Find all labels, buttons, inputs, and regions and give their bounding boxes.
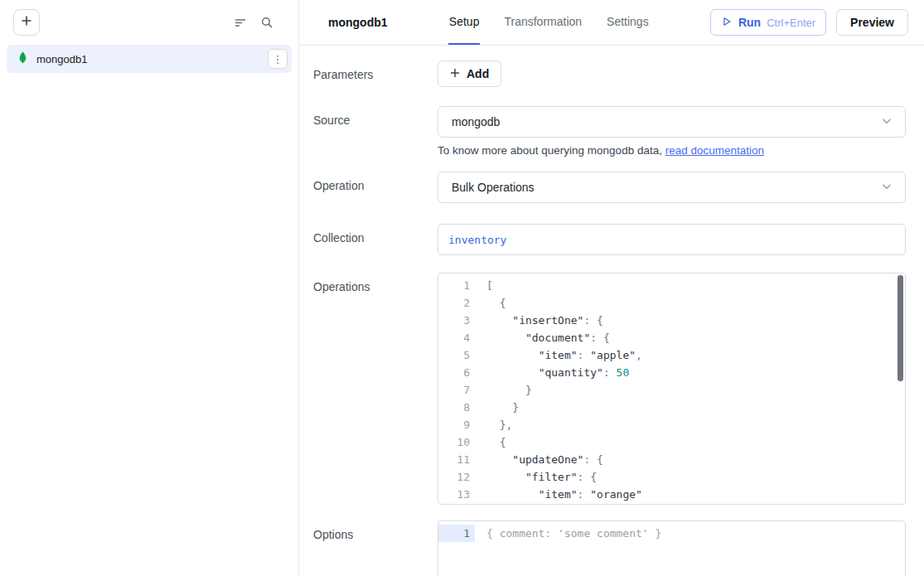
code-line: 9 },: [438, 416, 905, 433]
operations-label: Operations: [313, 273, 438, 293]
tab-settings[interactable]: Settings: [606, 0, 650, 45]
operation-select-value: Bulk Operations: [452, 181, 880, 194]
options-field: 1{ comment: 'some comment' }: [438, 520, 906, 576]
code-text: }: [475, 381, 532, 399]
options-label: Options: [313, 520, 438, 541]
vertical-scrollbar[interactable]: [897, 275, 903, 381]
kebab-menu-icon[interactable]: ⋮: [268, 49, 288, 69]
query-editor-window: mongodb1 ⋮ mongodb1 Setup Transformation…: [0, 0, 924, 576]
code-line: 6 "quantity": 50: [438, 364, 905, 381]
code-text: "item": "orange": [475, 486, 642, 503]
line-number: 3: [438, 312, 475, 329]
query-tabs: Setup Transformation Settings: [448, 0, 650, 45]
read-documentation-link[interactable]: read documentation: [665, 144, 764, 157]
query-title: mongodb1: [328, 0, 388, 45]
parameters-row: Parameters Add: [313, 61, 906, 87]
query-list-item-mongodb1[interactable]: mongodb1 ⋮: [7, 45, 292, 73]
preview-button[interactable]: Preview: [836, 9, 908, 36]
sidebar-toolbar: [0, 0, 298, 39]
chevron-down-icon: [880, 114, 893, 130]
line-number: 12: [438, 468, 475, 486]
collection-row: Collection: [313, 224, 906, 255]
source-row: Source mongodb To know more about queryi…: [313, 106, 906, 157]
collection-field: [438, 224, 906, 255]
source-label: Source: [313, 106, 438, 127]
code-text: "filter": {: [475, 468, 597, 486]
code-line: 4 "document": {: [438, 329, 905, 346]
run-button-label: Run: [738, 16, 761, 29]
code-text: {: [475, 294, 506, 312]
code-line: 3 "insertOne": {: [438, 312, 905, 329]
operation-field: Bulk Operations: [438, 172, 906, 203]
query-setup-form: Parameters Add Source mongodb: [299, 46, 924, 576]
collection-label: Collection: [313, 224, 438, 244]
tab-setup[interactable]: Setup: [448, 0, 481, 45]
code-line: 10 {: [438, 433, 905, 451]
source-helper-prefix: To know more about querying mongodb data…: [438, 144, 665, 157]
add-query-button[interactable]: [13, 9, 40, 36]
code-text: },: [475, 416, 512, 433]
collection-input[interactable]: [438, 224, 906, 255]
operation-select[interactable]: Bulk Operations: [438, 172, 906, 203]
line-number: 9: [438, 416, 475, 433]
add-parameter-label: Add: [467, 67, 489, 80]
line-number: 11: [438, 451, 475, 468]
filter-icon[interactable]: [234, 16, 247, 29]
line-number: 5: [438, 346, 475, 364]
line-number: 4: [438, 329, 475, 346]
tab-transformation[interactable]: Transformation: [503, 0, 583, 45]
play-icon: [721, 16, 733, 30]
code-line: 8 }: [438, 399, 905, 416]
options-row: Options 1{ comment: 'some comment' }: [313, 520, 906, 576]
add-parameter-button[interactable]: Add: [438, 61, 501, 87]
plus-icon: [21, 15, 32, 29]
sidebar-toolbar-icons: [234, 16, 273, 29]
line-number: 6: [438, 364, 475, 381]
query-list: mongodb1 ⋮: [0, 39, 298, 79]
parameters-field: Add: [438, 61, 906, 87]
code-line: 12 "filter": {: [438, 468, 905, 486]
mongodb-leaf-icon: [17, 51, 29, 67]
code-line: 5 "item": "apple",: [438, 346, 905, 364]
line-number: 13: [438, 486, 475, 503]
query-list-sidebar: mongodb1 ⋮: [0, 0, 299, 576]
code-text: "updateOne": {: [475, 451, 603, 468]
chevron-down-icon: [880, 180, 893, 196]
source-helper-text: To know more about querying mongodb data…: [438, 144, 906, 157]
source-select[interactable]: mongodb: [438, 106, 906, 138]
line-number: 7: [438, 381, 475, 399]
run-button[interactable]: Run Ctrl+Enter: [710, 9, 826, 36]
run-button-shortcut: Ctrl+Enter: [767, 17, 815, 29]
code-text: {: [475, 433, 506, 451]
line-number: 8: [438, 399, 475, 416]
code-line: 1[: [438, 277, 905, 294]
source-select-value: mongodb: [452, 115, 880, 128]
code-line: 13 "item": "orange": [438, 486, 905, 503]
operations-field: 1[ 2 { 3 "insertOne": { 4 "document": { …: [438, 273, 906, 505]
query-header: mongodb1 Setup Transformation Settings R…: [299, 0, 924, 46]
code-text: "quantity": 50: [475, 364, 629, 381]
code-text: "document": {: [475, 329, 610, 346]
operations-row: Operations 1[ 2 { 3 "insertOne": { 4 "do…: [313, 273, 906, 505]
code-line: 11 "updateOne": {: [438, 451, 905, 468]
operation-row: Operation Bulk Operations: [313, 172, 906, 203]
code-text: }: [475, 399, 519, 416]
line-number: 1: [438, 525, 475, 542]
code-text: "insertOne": {: [475, 312, 603, 329]
search-icon[interactable]: [260, 16, 273, 29]
source-field: mongodb To know more about querying mong…: [438, 106, 906, 157]
code-text: [: [475, 277, 493, 294]
operation-label: Operation: [313, 172, 438, 192]
code-text: { comment: 'some comment' }: [475, 525, 661, 542]
header-actions: Run Ctrl+Enter Preview: [710, 0, 908, 45]
code-line: 7 }: [438, 381, 905, 399]
operations-code-editor[interactable]: 1[ 2 { 3 "insertOne": { 4 "document": { …: [438, 273, 906, 505]
line-number: 10: [438, 433, 475, 451]
line-number: 2: [438, 294, 475, 312]
code-text: "item": "apple",: [475, 346, 642, 364]
query-item-label: mongodb1: [36, 53, 260, 65]
options-code-editor[interactable]: 1{ comment: 'some comment' }: [438, 520, 906, 576]
plus-icon: [450, 67, 460, 80]
parameters-label: Parameters: [313, 61, 438, 81]
code-line: 1{ comment: 'some comment' }: [438, 525, 905, 542]
